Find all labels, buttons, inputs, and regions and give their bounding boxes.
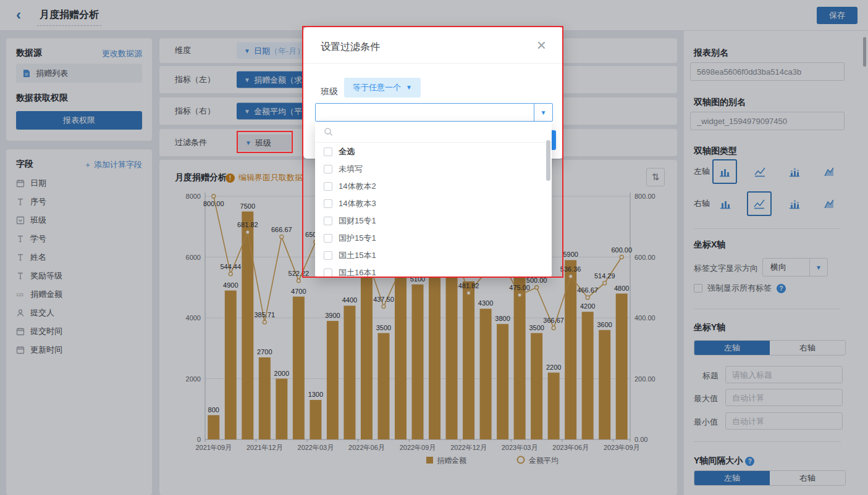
operator-dropdown[interactable]: 等于任意一个▼ [344,78,421,98]
dropdown-item[interactable]: 未填写 [315,160,552,178]
dropdown-item[interactable]: 国土16本1 [315,264,552,277]
modal-title: 设置过滤条件 [321,41,380,54]
dropdown-search-row [315,122,552,143]
app-screen: ‹ 月度捐赠分析 保存 数据源 更改数据源 捐赠列表 数据获取权限 报表权限 字… [0,0,868,495]
dropdown-item[interactable]: 国土15本1 [315,247,552,264]
checkbox[interactable] [324,234,332,243]
checkbox[interactable] [324,182,332,191]
dropdown-item-select-all[interactable]: 全选 [315,143,552,160]
divider [303,63,563,64]
close-icon[interactable] [537,37,546,53]
caret-down-icon[interactable]: ▼ [534,104,552,121]
checkbox[interactable] [324,199,332,208]
checkbox[interactable] [324,165,332,173]
checkbox[interactable] [324,148,332,156]
caret-down-icon: ▼ [406,85,412,91]
filter-value-combobox: ▼ [315,103,553,122]
modal-field-label: 班级 [321,81,338,101]
dropdown-item-list: 全选 未填写 14体教本2 14体教本3 国财15专1 国护15专1 国土15本… [315,143,552,277]
checkbox[interactable] [324,217,332,225]
dropdown-search-input[interactable] [338,122,552,142]
filter-options-dropdown: 全选 未填写 14体教本2 14体教本3 国财15专1 国护15专1 国土15本… [315,122,552,277]
checkbox[interactable] [324,251,332,260]
dropdown-item[interactable]: 国财15专1 [315,212,552,230]
dropdown-item[interactable]: 国护15专1 [315,230,552,247]
checkbox[interactable] [324,268,332,277]
search-icon [324,127,333,136]
scrollbar-thumb[interactable] [546,140,550,181]
dropdown-item[interactable]: 14体教本3 [315,195,552,212]
filter-value-input[interactable] [316,104,534,121]
dropdown-item[interactable]: 14体教本2 [315,178,552,195]
